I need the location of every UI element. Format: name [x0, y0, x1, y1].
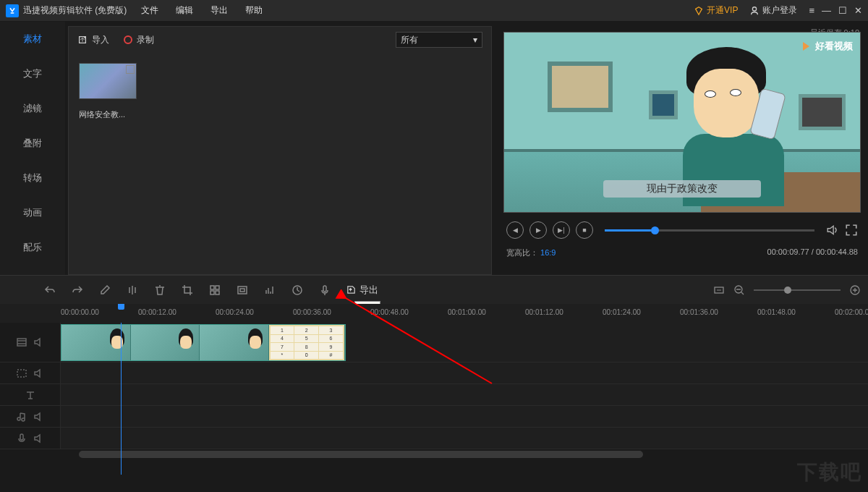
tab-filter[interactable]: 滤镜: [0, 91, 65, 126]
zoom-out-button[interactable]: [733, 284, 745, 296]
progress-thumb[interactable]: [651, 226, 659, 234]
voice-track-head[interactable]: [0, 428, 61, 449]
export-icon: [346, 284, 357, 295]
menu-export[interactable]: 导出: [210, 4, 228, 17]
next-frame-button[interactable]: ▶|: [553, 221, 570, 239]
mute-icon[interactable]: [33, 336, 45, 348]
video-track-head[interactable]: [0, 323, 61, 362]
playhead-handle[interactable]: [118, 304, 124, 310]
play-button[interactable]: ▶: [529, 221, 547, 239]
record-button[interactable]: 录制: [124, 34, 154, 46]
voice-button[interactable]: [318, 284, 331, 297]
overlay-track[interactable]: [61, 362, 868, 383]
video-track[interactable]: 123456789*0#: [61, 323, 868, 362]
ruler-mark: 00:01:24.00: [603, 308, 641, 316]
edit-button[interactable]: [98, 284, 111, 297]
media-clip[interactable]: 网络安全教...: [79, 63, 137, 120]
ruler-mark: 00:01:36.00: [680, 308, 718, 316]
stop-button[interactable]: ■: [576, 221, 593, 239]
timeline-scrollbar[interactable]: [0, 449, 868, 459]
svg-rect-1: [210, 286, 214, 289]
overlay-track-head[interactable]: [0, 362, 61, 383]
aspect-value[interactable]: 16:9: [540, 248, 556, 257]
redo-button[interactable]: [71, 284, 84, 297]
svg-rect-14: [20, 434, 23, 440]
timeline-toolbar: 导出 导出: [0, 275, 868, 304]
tab-overlay[interactable]: 叠附: [0, 126, 65, 161]
media-clip-label: 网络安全教...: [79, 109, 137, 120]
crop-button[interactable]: [181, 284, 194, 297]
timecode: 00:00:09.77 / 00:00:44.88: [767, 247, 858, 258]
export-label: 导出: [359, 284, 378, 297]
mute-icon[interactable]: [33, 433, 45, 444]
freeze-button[interactable]: [236, 284, 249, 297]
zoom-button[interactable]: [263, 284, 276, 297]
sidebar-tabs: 素材 文字 滤镜 叠附 转场 动画 配乐: [0, 22, 65, 275]
progress-slider[interactable]: [605, 229, 814, 232]
svg-rect-4: [216, 291, 219, 294]
account-button[interactable]: 账户登录: [749, 4, 797, 17]
delete-button[interactable]: [153, 284, 166, 297]
svg-rect-3: [210, 291, 214, 294]
fullscreen-icon[interactable]: [845, 224, 858, 237]
playhead-line[interactable]: [121, 323, 122, 475]
tab-text[interactable]: 文字: [0, 56, 65, 91]
mosaic-button[interactable]: [208, 284, 221, 297]
zoom-in-button[interactable]: [849, 284, 861, 296]
ruler-mark: 00:00:36.00: [293, 308, 331, 316]
account-label: 账户登录: [762, 4, 797, 17]
zoom-slider[interactable]: [754, 289, 841, 291]
text-track[interactable]: [61, 384, 868, 405]
minimize-button[interactable]: —: [822, 5, 831, 16]
tab-animation[interactable]: 动画: [0, 195, 65, 230]
tab-transition[interactable]: 转场: [0, 161, 65, 195]
menu-edit[interactable]: 编辑: [176, 4, 193, 17]
tab-music[interactable]: 配乐: [0, 230, 65, 265]
media-panel: 导入 录制 所有 ▾ 网络安全教...: [68, 26, 492, 275]
preview-panel: 最近保存 9:10 好看视频 现由于政策改变 ◀ ▶ ▶|: [492, 22, 868, 275]
hamburger-icon[interactable]: ≡: [809, 5, 814, 16]
export-button[interactable]: 导出 导出: [346, 284, 378, 297]
text-track-head[interactable]: [0, 384, 61, 405]
import-label: 导入: [92, 34, 109, 46]
svg-rect-5: [238, 287, 247, 294]
user-icon: [749, 6, 760, 16]
prev-frame-button[interactable]: ◀: [506, 221, 524, 239]
audio-track[interactable]: [61, 406, 868, 427]
fit-button[interactable]: [713, 284, 725, 296]
mute-icon[interactable]: [33, 368, 45, 379]
close-button[interactable]: ✕: [854, 5, 862, 16]
mute-icon[interactable]: [33, 411, 45, 423]
ruler-mark: 00:00:48.00: [370, 308, 409, 316]
main-menu: 文件 编辑 导出 帮助: [141, 4, 263, 17]
tab-material[interactable]: 素材: [0, 22, 65, 56]
app-title: 迅捷视频剪辑软件 (免费版): [23, 4, 127, 17]
svg-rect-6: [240, 289, 244, 292]
svg-rect-2: [216, 286, 219, 289]
dropdown-value: 所有: [401, 34, 418, 46]
timeline-ruler[interactable]: 00:00:00.0000:00:12.0000:00:24.0000:00:3…: [0, 304, 868, 323]
speed-button[interactable]: [291, 284, 304, 297]
record-dot-icon: [124, 35, 132, 44]
audio-track-head[interactable]: [0, 406, 61, 427]
corner-watermark: 下载吧: [797, 459, 862, 486]
undo-button[interactable]: [43, 284, 56, 297]
vip-button[interactable]: 开通VIP: [694, 4, 738, 17]
vip-label: 开通VIP: [707, 4, 738, 17]
ruler-mark: 00:00:24.00: [216, 308, 254, 316]
menu-help[interactable]: 帮助: [245, 4, 263, 17]
import-button[interactable]: 导入: [77, 34, 109, 46]
scrollbar-thumb[interactable]: [79, 451, 643, 458]
titlebar: 迅捷视频剪辑软件 (免费版) 文件 编辑 导出 帮助 开通VIP 账户登录 ≡ …: [0, 0, 868, 22]
menu-file[interactable]: 文件: [141, 4, 158, 17]
volume-icon[interactable]: [826, 224, 839, 237]
preview-viewport[interactable]: 好看视频 现由于政策改变: [503, 32, 861, 213]
split-button[interactable]: [126, 284, 139, 297]
voice-track[interactable]: [61, 428, 868, 449]
svg-rect-8: [323, 286, 326, 292]
timeline-clip[interactable]: 123456789*0#: [61, 324, 346, 361]
ruler-mark: 00:00:00.00: [61, 308, 99, 316]
media-filter-dropdown[interactable]: 所有 ▾: [396, 32, 482, 48]
media-clip-thumbnail: [79, 63, 137, 99]
maximize-button[interactable]: ☐: [838, 5, 847, 16]
